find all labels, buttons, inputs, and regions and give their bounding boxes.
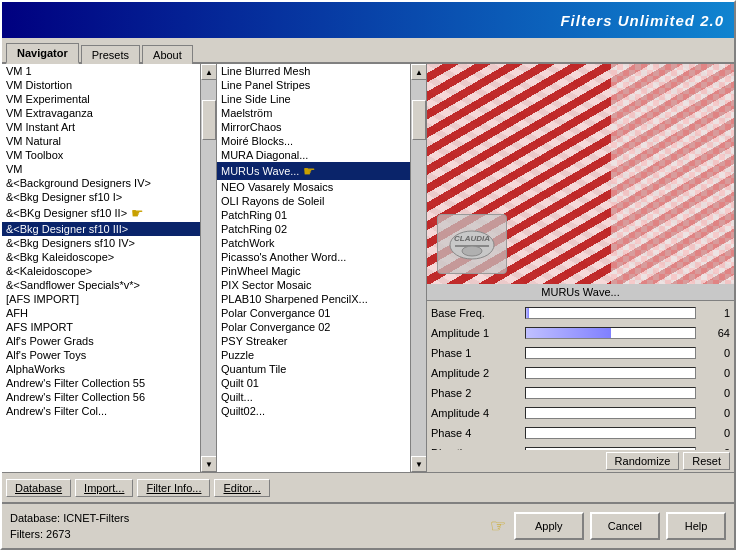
list-item[interactable]: VM Toolbox: [2, 148, 200, 162]
filter-scrollbar[interactable]: ▲ ▼: [410, 64, 426, 472]
list-item[interactable]: VM Extravaganza: [2, 106, 200, 120]
list-item[interactable]: Andrew's Filter Col...: [2, 404, 200, 418]
list-item[interactable]: [AFS IMPORT]: [2, 292, 200, 306]
tab-presets[interactable]: Presets: [81, 45, 140, 64]
param-slider[interactable]: [525, 307, 696, 319]
database-status: Database: ICNET-Filters: [10, 510, 482, 526]
filter-item[interactable]: PSY Streaker: [217, 334, 410, 348]
reset-button[interactable]: Reset: [683, 452, 730, 470]
filter-item[interactable]: PatchWork: [217, 236, 410, 250]
filter-list: Line Blurred Mesh Line Panel Stripes Lin…: [217, 64, 410, 472]
cancel-button[interactable]: Cancel: [590, 512, 660, 540]
filter-item[interactable]: PLAB10 Sharpened PencilX...: [217, 292, 410, 306]
filter-item[interactable]: OLI Rayons de Soleil: [217, 194, 410, 208]
param-slider[interactable]: [525, 447, 696, 450]
content-area: VM 1 VM Distortion VM Experimental VM Ex…: [2, 64, 734, 472]
randomize-button[interactable]: Randomize: [606, 452, 680, 470]
list-item[interactable]: VM Natural: [2, 134, 200, 148]
app-title: Filters Unlimited 2.0: [560, 12, 724, 29]
hand-pointer-icon: ☞: [490, 515, 506, 537]
scroll-thumb[interactable]: [202, 100, 216, 140]
list-item[interactable]: AFS IMPORT: [2, 320, 200, 334]
left-scrollbar[interactable]: ▲ ▼: [200, 64, 216, 472]
list-item[interactable]: &<Background Designers IV>: [2, 176, 200, 190]
list-item[interactable]: Alf's Power Toys: [2, 348, 200, 362]
param-slider[interactable]: [525, 387, 696, 399]
list-item[interactable]: VM 1: [2, 64, 200, 78]
filter-item[interactable]: Quantum Tile: [217, 362, 410, 376]
category-list-container: VM 1 VM Distortion VM Experimental VM Ex…: [2, 64, 216, 472]
param-label: Phase 2: [431, 387, 521, 399]
filter-item[interactable]: Line Side Line: [217, 92, 410, 106]
filter-item-selected[interactable]: MURUs Wave... ☛: [217, 162, 410, 180]
filter-item[interactable]: Picasso's Another Word...: [217, 250, 410, 264]
list-item[interactable]: AlphaWorks: [2, 362, 200, 376]
filter-item[interactable]: PinWheel Magic: [217, 264, 410, 278]
svg-text:CLAUDIA: CLAUDIA: [454, 234, 490, 243]
param-slider[interactable]: [525, 327, 696, 339]
param-row: Direction 0: [431, 443, 730, 450]
filter-item[interactable]: Puzzle: [217, 348, 410, 362]
param-slider[interactable]: [525, 407, 696, 419]
category-list: VM 1 VM Distortion VM Experimental VM Ex…: [2, 64, 200, 472]
params-table: Base Freq. 1 Amplitude 1 64: [427, 301, 734, 450]
list-item[interactable]: Andrew's Filter Collection 56: [2, 390, 200, 404]
left-panel: VM 1 VM Distortion VM Experimental VM Ex…: [2, 64, 217, 472]
param-label: Amplitude 2: [431, 367, 521, 379]
filter-item[interactable]: MirrorChaos: [217, 120, 410, 134]
help-button[interactable]: Help: [666, 512, 726, 540]
filter-item[interactable]: PIX Sector Mosaic: [217, 278, 410, 292]
param-label: Amplitude 4: [431, 407, 521, 419]
scroll-down-btn[interactable]: ▼: [201, 456, 216, 472]
tab-about[interactable]: About: [142, 45, 193, 64]
filter-name-bar: MURUs Wave...: [427, 284, 734, 301]
list-item[interactable]: Alf's Power Grads: [2, 334, 200, 348]
list-item[interactable]: VM Experimental: [2, 92, 200, 106]
scroll-up-btn[interactable]: ▲: [201, 64, 216, 80]
filter-item[interactable]: Maelström: [217, 106, 410, 120]
filter-item[interactable]: Line Panel Stripes: [217, 78, 410, 92]
param-value: 64: [700, 327, 730, 339]
action-buttons: Apply Cancel Help: [514, 512, 726, 540]
list-item[interactable]: VM Instant Art: [2, 120, 200, 134]
filter-item[interactable]: Quilt 01: [217, 376, 410, 390]
list-item[interactable]: VM Distortion: [2, 78, 200, 92]
editor-button[interactable]: Editor...: [214, 479, 269, 497]
filter-item[interactable]: Line Blurred Mesh: [217, 64, 410, 78]
right-panel: CLAUDIA MURUs Wave... Base Freq.: [427, 64, 734, 472]
filter-scroll-up-btn[interactable]: ▲: [411, 64, 426, 80]
list-item[interactable]: &<Bkg Kaleidoscope>: [2, 250, 200, 264]
list-item[interactable]: AFH: [2, 306, 200, 320]
filter-scroll-down-btn[interactable]: ▼: [411, 456, 426, 472]
list-item[interactable]: &<Bkg Designer sf10 I>: [2, 190, 200, 204]
tab-navigator[interactable]: Navigator: [6, 43, 79, 64]
list-item-selected[interactable]: &<Bkg Designer sf10 III>: [2, 222, 200, 236]
filter-item[interactable]: Quilt02...: [217, 404, 410, 418]
filter-item[interactable]: MURA Diagonal...: [217, 148, 410, 162]
param-slider[interactable]: [525, 347, 696, 359]
list-item[interactable]: &<Kaleidoscope>: [2, 264, 200, 278]
import-button[interactable]: Import...: [75, 479, 133, 497]
filter-item[interactable]: Quilt...: [217, 390, 410, 404]
param-slider[interactable]: [525, 427, 696, 439]
filters-value: 2673: [46, 528, 70, 540]
list-item[interactable]: &<BKg Designer sf10 II> ☛: [2, 204, 200, 222]
bottom-toolbar: Database Import... Filter Info... Editor…: [2, 472, 734, 502]
filter-item[interactable]: PatchRing 01: [217, 208, 410, 222]
filter-item[interactable]: Polar Convergance 01: [217, 306, 410, 320]
filter-info-button[interactable]: Filter Info...: [137, 479, 210, 497]
list-item[interactable]: &<Bkg Designers sf10 IV>: [2, 236, 200, 250]
param-slider[interactable]: [525, 367, 696, 379]
filter-item[interactable]: PatchRing 02: [217, 222, 410, 236]
database-button[interactable]: Database: [6, 479, 71, 497]
filter-scroll-thumb[interactable]: [412, 100, 426, 140]
list-item[interactable]: VM: [2, 162, 200, 176]
param-row: Base Freq. 1: [431, 303, 730, 323]
filter-item[interactable]: NEO Vasarely Mosaics: [217, 180, 410, 194]
list-item[interactable]: &<Sandflower Specials*v*>: [2, 278, 200, 292]
filters-status: Filters: 2673: [10, 526, 482, 542]
apply-button[interactable]: Apply: [514, 512, 584, 540]
filter-item[interactable]: Moiré Blocks...: [217, 134, 410, 148]
list-item[interactable]: Andrew's Filter Collection 55: [2, 376, 200, 390]
filter-item[interactable]: Polar Convergance 02: [217, 320, 410, 334]
